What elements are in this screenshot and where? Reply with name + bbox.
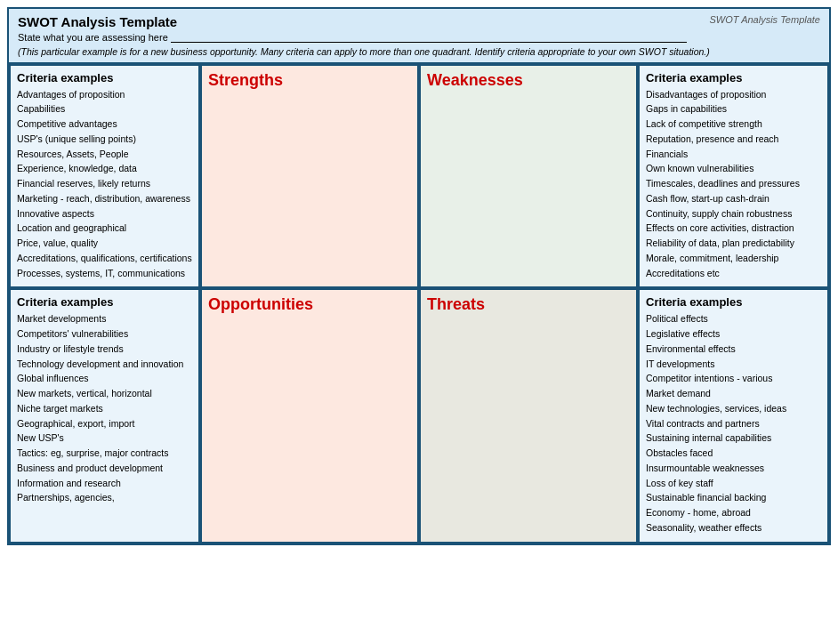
top-left-criteria-heading: Criteria examples	[17, 71, 192, 85]
list-item: Timescales, deadlines and pressures	[646, 177, 821, 191]
watermark: SWOT Analysis Template	[709, 14, 820, 25]
list-item: Niche target markets	[17, 402, 192, 416]
list-item: Reputation, presence and reach	[646, 133, 821, 147]
list-item: Financials	[646, 148, 821, 162]
list-item: Business and product development	[17, 462, 192, 476]
top-left-criteria-list: Advantages of propositionCapabilitiesCom…	[17, 88, 192, 281]
opportunities-heading: Opportunities	[208, 295, 411, 314]
bot-right-criteria-cell: Criteria examples Political effectsLegis…	[638, 288, 829, 543]
list-item: Technology development and innovation	[17, 358, 192, 372]
swot-grid: Criteria examples Advantages of proposit…	[9, 64, 829, 543]
list-item: Accreditations, qualifications, certific…	[17, 252, 192, 266]
list-item: Vital contracts and partners	[646, 417, 821, 431]
list-item: Obstacles faced	[646, 447, 821, 461]
list-item: Reliability of data, plan predictability	[646, 237, 821, 251]
list-item: Information and research	[17, 477, 192, 491]
list-item: Effects on core activities, distraction	[646, 221, 821, 236]
threats-cell: Threats	[419, 288, 638, 543]
top-right-criteria-cell: Criteria examples Disadvantages of propo…	[638, 64, 829, 289]
list-item: Continuity, supply chain robustness	[646, 207, 821, 221]
strengths-heading: Strengths	[208, 71, 411, 90]
list-item: Global influences	[17, 372, 192, 386]
threats-heading: Threats	[427, 295, 630, 314]
list-item: Market developments	[17, 312, 192, 326]
list-item: New USP's	[17, 431, 192, 446]
list-item: Sustaining internal capabilities	[646, 431, 821, 446]
list-item: New markets, vertical, horizontal	[17, 387, 192, 401]
list-item: Morale, commitment, leadership	[646, 252, 821, 266]
italic-note: (This particular example is for a new bu…	[18, 45, 820, 59]
list-item: Insurmountable weaknesses	[646, 462, 821, 476]
list-item: Tactics: eg, surprise, major contracts	[17, 447, 192, 461]
bot-right-criteria-list: Political effectsLegislative effectsEnvi…	[646, 312, 821, 535]
list-item: Market demand	[646, 387, 821, 401]
weaknesses-cell: Weaknesses	[419, 64, 638, 289]
list-item: Political effects	[646, 312, 821, 326]
list-item: Competitor intentions - various	[646, 372, 821, 386]
top-right-criteria-list: Disadvantages of propositionGaps in capa…	[646, 88, 821, 281]
list-item: Lack of competitive strength	[646, 117, 821, 132]
list-item: Competitive advantages	[17, 117, 192, 132]
opportunities-cell: Opportunities	[200, 288, 419, 543]
list-item: Innovative aspects	[17, 207, 192, 221]
list-item: Accreditations etc	[646, 267, 821, 281]
list-item: Price, value, quality	[17, 237, 192, 251]
list-item: Partnerships, agencies,	[17, 491, 192, 505]
list-item: Industry or lifestyle trends	[17, 342, 192, 357]
list-item: Sustainable financial backing	[646, 491, 821, 505]
list-item: Gaps in capabilities	[646, 102, 821, 117]
list-item: Disadvantages of proposition	[646, 88, 821, 102]
list-item: Seasonality, weather effects	[646, 521, 821, 535]
list-item: Legislative effects	[646, 327, 821, 342]
list-item: Financial reserves, likely returns	[17, 177, 192, 191]
bot-left-criteria-list: Market developmentsCompetitors' vulnerab…	[17, 312, 192, 505]
list-item: Economy - home, abroad	[646, 506, 821, 520]
swot-template: SWOT Analysis Template SWOT Analysis Tem…	[7, 7, 831, 545]
state-label: State what you are assessing here	[18, 31, 820, 43]
list-item: Processes, systems, IT, communications	[17, 267, 192, 281]
list-item: USP's (unique selling points)	[17, 133, 192, 147]
strengths-cell: Strengths	[200, 64, 419, 289]
weaknesses-heading: Weaknesses	[427, 71, 630, 90]
list-item: Geographical, export, import	[17, 417, 192, 431]
list-item: Cash flow, start-up cash-drain	[646, 192, 821, 206]
bot-left-criteria-cell: Criteria examples Market developmentsCom…	[9, 288, 200, 543]
list-item: Advantages of proposition	[17, 88, 192, 102]
list-item: New technologies, services, ideas	[646, 402, 821, 416]
list-item: Environmental effects	[646, 342, 821, 357]
list-item: Resources, Assets, People	[17, 148, 192, 162]
list-item: Location and geographical	[17, 221, 192, 236]
bot-right-criteria-heading: Criteria examples	[646, 295, 821, 309]
list-item: Own known vulnerabilities	[646, 162, 821, 176]
page-title: SWOT Analysis Template	[18, 14, 820, 29]
top-left-criteria-cell: Criteria examples Advantages of proposit…	[9, 64, 200, 289]
list-item: Competitors' vulnerabilities	[17, 327, 192, 342]
header-section: SWOT Analysis Template SWOT Analysis Tem…	[9, 9, 829, 64]
list-item: Capabilities	[17, 102, 192, 117]
bot-left-criteria-heading: Criteria examples	[17, 295, 192, 309]
top-right-criteria-heading: Criteria examples	[646, 71, 821, 85]
list-item: Experience, knowledge, data	[17, 162, 192, 176]
list-item: IT developments	[646, 358, 821, 372]
list-item: Loss of key staff	[646, 477, 821, 491]
list-item: Marketing - reach, distribution, awarene…	[17, 192, 192, 206]
